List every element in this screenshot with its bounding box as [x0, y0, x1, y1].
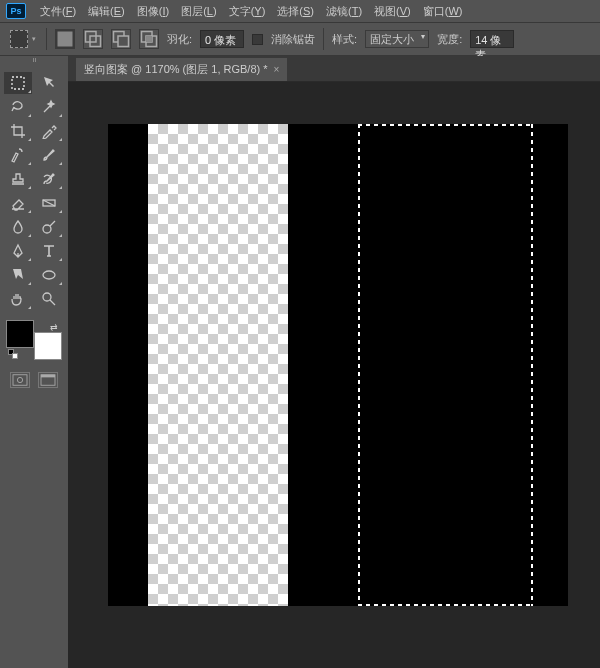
canvas-area[interactable] [68, 82, 600, 668]
svg-point-11 [43, 271, 55, 279]
menu-image-label: 图像 [137, 5, 159, 17]
selection-new-icon[interactable] [55, 29, 75, 49]
style-label: 样式: [332, 32, 357, 47]
svg-rect-16 [41, 375, 55, 378]
menu-select-key: S [303, 5, 310, 17]
menu-image-key: I [162, 5, 165, 17]
document-region: 竖向图案 @ 1170% (图层 1, RGB/8) * × [68, 56, 600, 668]
menu-window[interactable]: 窗口(W) [419, 2, 467, 21]
close-icon[interactable]: × [274, 64, 280, 75]
transparent-region [148, 124, 288, 606]
feather-input[interactable]: 0 像素 [200, 30, 244, 48]
svg-rect-0 [58, 32, 73, 47]
menu-file-key: F [66, 5, 73, 17]
menu-window-label: 窗口 [423, 5, 445, 17]
svg-point-10 [43, 225, 51, 233]
selection-marquee [358, 124, 533, 606]
default-colors-icon[interactable] [8, 349, 18, 359]
lasso-tool[interactable] [4, 96, 32, 118]
stamp-tool[interactable] [4, 168, 32, 190]
app-logo: Ps [6, 3, 26, 19]
width-input[interactable]: 14 像素 [470, 30, 514, 48]
separator [46, 28, 47, 50]
path-select-tool[interactable] [4, 264, 32, 286]
options-bar: ▾ 羽化: 0 像素 消除锯齿 样式: 固定大小 宽度: 14 像素 [0, 22, 600, 56]
foreground-color-swatch[interactable] [6, 320, 34, 348]
feather-label: 羽化: [167, 32, 192, 47]
menu-filter-key: T [352, 5, 359, 17]
dodge-tool[interactable] [35, 216, 63, 238]
menu-select-label: 选择 [277, 5, 299, 17]
menu-bar: Ps 文件(F) 编辑(E) 图像(I) 图层(L) 文字(Y) 选择(S) 滤… [0, 0, 600, 22]
svg-rect-7 [146, 36, 152, 42]
quickmask-icon[interactable] [10, 372, 30, 388]
magic-wand-tool[interactable] [35, 96, 63, 118]
history-brush-tool[interactable] [35, 168, 63, 190]
menu-type-key: Y [254, 5, 261, 17]
separator [323, 28, 324, 50]
screenmode-icon[interactable] [38, 372, 58, 388]
document-tabs: 竖向图案 @ 1170% (图层 1, RGB/8) * × [68, 56, 600, 82]
menu-layer[interactable]: 图层(L) [177, 2, 220, 21]
gradient-tool[interactable] [35, 192, 63, 214]
crop-tool[interactable] [4, 120, 32, 142]
menu-layer-label: 图层 [181, 5, 203, 17]
hand-tool[interactable] [4, 288, 32, 310]
document-tab-title: 竖向图案 @ 1170% (图层 1, RGB/8) * [84, 62, 268, 77]
antialias-label: 消除锯齿 [271, 32, 315, 47]
marquee-tool[interactable] [4, 72, 32, 94]
svg-point-12 [43, 293, 51, 301]
selection-add-icon[interactable] [83, 29, 103, 49]
healing-brush-tool[interactable] [4, 144, 32, 166]
blur-tool[interactable] [4, 216, 32, 238]
menu-edit-label: 编辑 [88, 5, 110, 17]
width-label: 宽度: [437, 32, 462, 47]
menu-layer-key: L [207, 5, 213, 17]
menu-filter-label: 滤镜 [326, 5, 348, 17]
menu-type-label: 文字 [229, 5, 251, 17]
menu-filter[interactable]: 滤镜(T) [322, 2, 366, 21]
svg-point-14 [17, 377, 22, 382]
zoom-tool[interactable] [35, 288, 63, 310]
menu-edit-key: E [114, 5, 121, 17]
menu-window-key: W [448, 5, 458, 17]
mode-row [0, 366, 68, 394]
menu-view-key: V [400, 5, 407, 17]
brush-tool[interactable] [35, 144, 63, 166]
eraser-tool[interactable] [4, 192, 32, 214]
canvas-artboard [108, 124, 568, 606]
pen-tool[interactable] [4, 240, 32, 262]
svg-rect-4 [118, 36, 129, 47]
menu-file[interactable]: 文件(F) [36, 2, 80, 21]
antialias-checkbox[interactable] [252, 34, 263, 45]
menu-view[interactable]: 视图(V) [370, 2, 415, 21]
menu-edit[interactable]: 编辑(E) [84, 2, 129, 21]
style-select[interactable]: 固定大小 [365, 30, 429, 48]
selection-intersect-icon[interactable] [139, 29, 159, 49]
color-swatch: ⇄ [6, 320, 62, 360]
menu-file-label: 文件 [40, 5, 62, 17]
tools-panel: ⇄ [0, 56, 68, 668]
selection-subtract-icon[interactable] [111, 29, 131, 49]
menu-image[interactable]: 图像(I) [133, 2, 173, 21]
style-value: 固定大小 [370, 32, 414, 47]
swap-colors-icon[interactable]: ⇄ [50, 322, 58, 332]
tool-preset-icon[interactable] [10, 30, 28, 48]
background-color-swatch[interactable] [34, 332, 62, 360]
eyedropper-tool[interactable] [35, 120, 63, 142]
panel-handle-icon[interactable] [0, 56, 68, 64]
workspace: ⇄ 竖向图案 @ 1170% (图层 1, RGB/8) * × [0, 56, 600, 668]
document-tab[interactable]: 竖向图案 @ 1170% (图层 1, RGB/8) * × [76, 58, 287, 81]
svg-rect-8 [12, 77, 24, 89]
type-tool[interactable] [35, 240, 63, 262]
move-tool[interactable] [35, 72, 63, 94]
shape-tool[interactable] [35, 264, 63, 286]
menu-type[interactable]: 文字(Y) [225, 2, 270, 21]
tool-grid [0, 68, 68, 314]
menu-select[interactable]: 选择(S) [273, 2, 318, 21]
menu-view-label: 视图 [374, 5, 396, 17]
svg-rect-13 [13, 375, 27, 386]
tool-preset-dropdown-icon[interactable]: ▾ [30, 35, 38, 43]
